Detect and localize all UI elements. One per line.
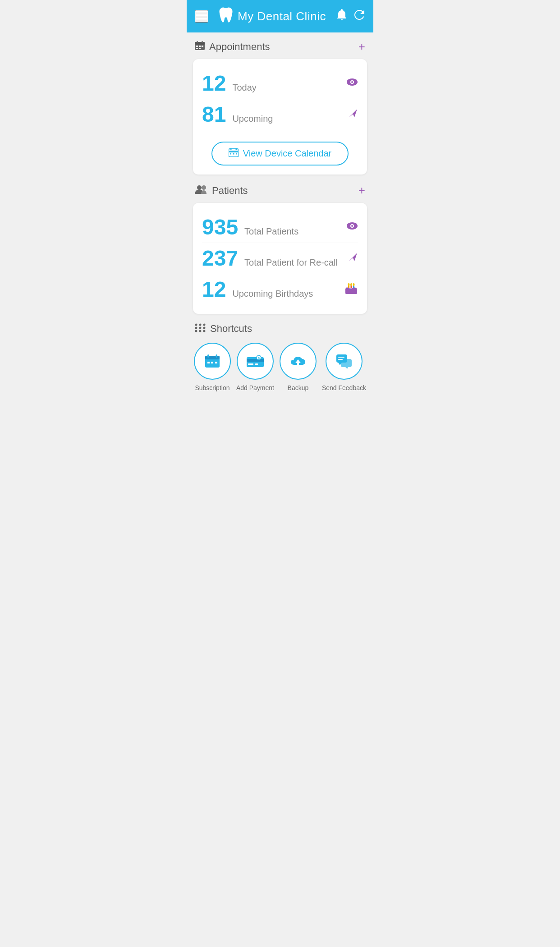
svg-point-14 xyxy=(351,81,353,83)
today-stat-left: 12 Today xyxy=(202,73,257,94)
svg-rect-2 xyxy=(196,18,207,20)
total-patients-count: 935 xyxy=(202,216,238,238)
shortcuts-icon xyxy=(195,323,206,335)
birthday-count: 12 xyxy=(202,279,226,300)
svg-rect-52 xyxy=(247,357,264,367)
svg-rect-22 xyxy=(236,153,237,155)
svg-rect-62 xyxy=(341,359,352,367)
recall-count: 237 xyxy=(202,248,238,269)
svg-point-43 xyxy=(199,330,202,332)
total-patients-view-button[interactable] xyxy=(346,221,358,234)
svg-point-38 xyxy=(203,323,206,326)
shortcut-backup[interactable]: Backup xyxy=(280,343,317,392)
svg-rect-11 xyxy=(199,48,201,49)
svg-rect-21 xyxy=(233,153,234,155)
svg-rect-9 xyxy=(202,46,203,47)
header-left xyxy=(195,10,208,23)
shortcut-send-feedback[interactable]: Send Feedback xyxy=(322,343,366,392)
svg-point-44 xyxy=(203,330,206,332)
today-view-button[interactable] xyxy=(346,77,358,90)
main-content: Appointments + 12 Today 81 Upcoming xyxy=(187,32,373,399)
svg-rect-48 xyxy=(216,354,217,358)
refresh-button[interactable] xyxy=(353,9,365,23)
appointments-section-header: Appointments + xyxy=(193,40,367,54)
svg-rect-18 xyxy=(230,148,232,150)
svg-marker-28 xyxy=(349,253,357,261)
svg-rect-29 xyxy=(345,288,357,294)
svg-marker-15 xyxy=(349,109,357,117)
shortcuts-title-group: Shortcuts xyxy=(193,323,367,335)
svg-rect-49 xyxy=(207,362,210,363)
shortcuts-section-title: Shortcuts xyxy=(210,323,252,335)
calendar-btn-label: View Device Calendar xyxy=(243,148,331,159)
svg-point-42 xyxy=(195,330,197,332)
shortcut-backup-label: Backup xyxy=(288,384,309,392)
svg-rect-46 xyxy=(205,356,220,359)
recall-stat-row: 237 Total Patient for Re-call xyxy=(202,243,358,274)
total-patients-label: Total Patients xyxy=(244,226,298,237)
svg-point-40 xyxy=(199,326,202,329)
patients-add-button[interactable]: + xyxy=(358,184,365,198)
svg-rect-47 xyxy=(207,354,209,358)
recall-navigate-button[interactable] xyxy=(348,252,358,265)
upcoming-label: Upcoming xyxy=(232,114,273,124)
svg-point-35 xyxy=(353,283,355,286)
hamburger-menu-button[interactable] xyxy=(195,10,208,23)
svg-rect-65 xyxy=(338,359,343,360)
today-count: 12 xyxy=(202,73,226,94)
svg-rect-4 xyxy=(195,42,205,45)
upcoming-stat-left: 81 Upcoming xyxy=(202,104,273,125)
upcoming-navigate-button[interactable] xyxy=(348,108,358,121)
svg-point-23 xyxy=(197,185,202,190)
birthday-icon[interactable] xyxy=(344,281,358,298)
total-patients-stat-row: 935 Total Patients xyxy=(202,212,358,243)
svg-rect-6 xyxy=(202,41,203,43)
header-right xyxy=(336,9,365,23)
notification-button[interactable] xyxy=(336,9,347,23)
svg-rect-1 xyxy=(196,14,207,16)
shortcut-subscription[interactable]: Subscription xyxy=(194,343,231,392)
svg-rect-54 xyxy=(248,363,253,365)
svg-rect-51 xyxy=(215,362,217,363)
upcoming-count: 81 xyxy=(202,104,226,125)
svg-rect-55 xyxy=(255,363,258,365)
appointments-icon xyxy=(195,41,205,52)
tooth-icon xyxy=(219,7,233,26)
patients-icon xyxy=(195,185,207,196)
calendar-btn-icon xyxy=(229,148,239,159)
svg-text:$: $ xyxy=(258,357,260,360)
calendar-btn-wrapper: View Device Calendar xyxy=(202,137,358,165)
svg-point-33 xyxy=(348,283,350,286)
appointments-add-button[interactable]: + xyxy=(358,40,365,54)
svg-point-41 xyxy=(203,326,206,329)
total-patients-stat-left: 935 Total Patients xyxy=(202,216,298,238)
recall-stat-left: 237 Total Patient for Re-call xyxy=(202,248,338,269)
view-device-calendar-button[interactable]: View Device Calendar xyxy=(211,142,349,165)
app-title: My Dental Clinic xyxy=(238,9,326,23)
appointments-title-group: Appointments xyxy=(195,41,270,53)
svg-point-37 xyxy=(199,323,202,326)
svg-rect-8 xyxy=(199,46,201,47)
svg-point-36 xyxy=(195,323,197,326)
svg-rect-20 xyxy=(230,153,231,155)
svg-rect-16 xyxy=(229,149,239,157)
shortcut-add-payment[interactable]: $ Add Payment xyxy=(236,343,274,392)
recall-label: Total Patient for Re-call xyxy=(244,257,338,268)
svg-rect-64 xyxy=(338,357,344,358)
birthday-stat-left: 12 Upcoming Birthdays xyxy=(202,279,313,300)
svg-rect-53 xyxy=(247,359,264,362)
appointments-card: 12 Today 81 Upcoming xyxy=(193,59,367,175)
today-stat-row: 12 Today xyxy=(202,68,358,99)
shortcut-subscription-circle xyxy=(194,343,231,380)
svg-rect-10 xyxy=(196,48,198,49)
svg-point-24 xyxy=(202,185,206,190)
svg-point-27 xyxy=(351,225,353,227)
appointments-section-title: Appointments xyxy=(209,41,270,53)
today-label: Today xyxy=(232,83,256,93)
birthday-label: Upcoming Birthdays xyxy=(232,289,313,299)
patients-title-group: Patients xyxy=(195,185,248,197)
shortcut-send-feedback-label: Send Feedback xyxy=(322,384,366,392)
app-header: My Dental Clinic xyxy=(187,0,373,32)
shortcut-add-payment-label: Add Payment xyxy=(236,384,274,392)
shortcut-backup-circle xyxy=(280,343,317,380)
